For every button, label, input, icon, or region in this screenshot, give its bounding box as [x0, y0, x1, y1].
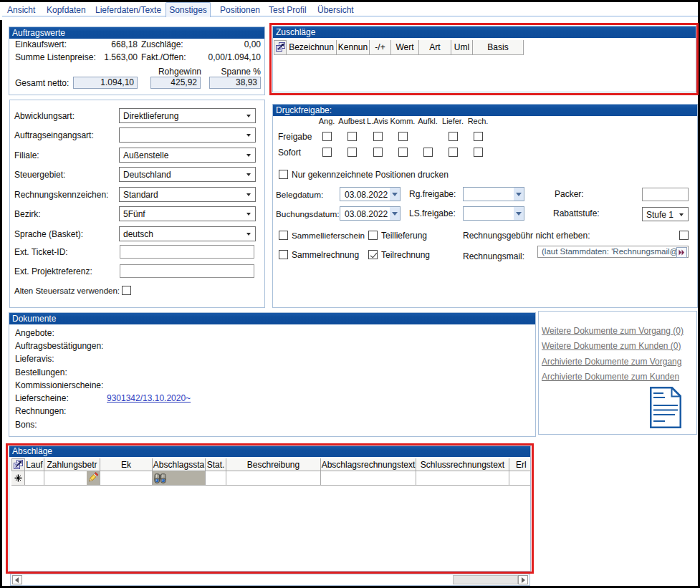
- auftragseingangsart-combo[interactable]: [119, 127, 256, 143]
- alten-steuersatz-checkbox[interactable]: [122, 286, 131, 295]
- sofort-rech-checkbox[interactable]: [474, 148, 483, 157]
- ext-projektreferenz-label: Ext. Projektreferenz:: [14, 266, 92, 276]
- cell-zahlungsbetr[interactable]: [44, 471, 100, 486]
- chevron-down-icon[interactable]: [246, 134, 251, 137]
- chevron-down-icon[interactable]: [246, 173, 251, 176]
- tab-lieferdaten-texte[interactable]: Lieferdaten/Texte: [95, 5, 161, 15]
- horizontal-scrollbar[interactable]: [10, 574, 530, 586]
- scrollbar-thumb[interactable]: [453, 575, 518, 584]
- sofort-ang-checkbox[interactable]: [322, 148, 332, 157]
- abschlaege-col-stat[interactable]: Stat.: [206, 458, 226, 471]
- tab-uebersicht[interactable]: Übersicht: [317, 5, 354, 15]
- chevron-down-icon[interactable]: [246, 213, 251, 216]
- freigabe-aufbest-checkbox[interactable]: [347, 132, 357, 141]
- tab-kopfdaten[interactable]: Kopfdaten: [47, 5, 86, 15]
- freigabe-liefer-checkbox[interactable]: [449, 132, 458, 141]
- chevron-down-icon[interactable]: [514, 188, 524, 201]
- cell-beschreibung[interactable]: [226, 471, 321, 486]
- chevron-down-icon[interactable]: [246, 193, 251, 196]
- zuschlaege-col-plusminus[interactable]: -/+: [370, 40, 391, 55]
- archivierte-dokumente-kunden-link[interactable]: Archivierte Dokumente zum Kunden: [542, 372, 679, 382]
- packer-label: Packer:: [555, 189, 584, 199]
- zuschlaege-col-art[interactable]: Art: [419, 40, 451, 55]
- freigabe-ang-checkbox[interactable]: [322, 132, 332, 141]
- abschlaege-col-lauf[interactable]: Lauf: [25, 458, 44, 471]
- zuschlaege-col-wert[interactable]: Wert: [391, 40, 419, 55]
- sammelrechnung-checkbox[interactable]: [279, 250, 288, 259]
- weitere-dokumente-vorgang-link[interactable]: Weitere Dokumente zum Vorgang (0): [542, 326, 684, 336]
- rechnungskennzeichen-combo[interactable]: Standard: [119, 187, 256, 202]
- abschlaege-col-zahlungsbetr[interactable]: Zahlungsbetr: [44, 458, 100, 471]
- zuschlaege-corner-cell[interactable]: [274, 40, 287, 55]
- scrollbar-left-arrow[interactable]: [12, 575, 22, 584]
- calendar-dropdown-icon[interactable]: [390, 207, 400, 220]
- zuschlaege-col-bezeichnung[interactable]: Bezeichnun: [287, 40, 337, 55]
- cell-edit-button[interactable]: [87, 471, 100, 485]
- rechnungsmail-expand-button[interactable]: [676, 247, 687, 258]
- cell-abschlagsrechnungstext[interactable]: [321, 471, 416, 486]
- lsfreigabe-combo[interactable]: [463, 206, 524, 221]
- abschlaege-col-schlussrechnungstext[interactable]: Schlussrechnungstext: [416, 458, 509, 471]
- zuschlaege-col-basis[interactable]: Basis: [473, 40, 524, 55]
- rgfreigabe-combo[interactable]: [463, 187, 524, 201]
- zuschlaege-col-uml[interactable]: Uml: [451, 40, 473, 55]
- zuschlaege-col-kennung[interactable]: Kennun: [337, 40, 370, 55]
- weitere-dokumente-kunden-link[interactable]: Weitere Dokumente zum Kunden (0): [542, 341, 681, 351]
- calendar-dropdown-icon[interactable]: [390, 188, 400, 201]
- sofort-komm-checkbox[interactable]: [398, 148, 408, 157]
- abschlaege-col-beschreibung[interactable]: Beschreibung: [226, 458, 321, 471]
- filiale-combo[interactable]: Außenstelle: [119, 148, 256, 163]
- tab-positionen[interactable]: Positionen: [220, 5, 260, 15]
- bezirk-combo[interactable]: 5Fünf: [119, 206, 256, 221]
- freigabe-komm-checkbox[interactable]: [398, 132, 408, 141]
- chevron-down-icon[interactable]: [679, 213, 684, 216]
- sammellieferschein-checkbox[interactable]: [279, 231, 288, 240]
- abschlaege-col-abschlagssta[interactable]: Abschlagssta: [153, 458, 206, 471]
- abschlaege-col-abschlagsrechnungstext[interactable]: Abschlagsrechnungstext: [321, 458, 416, 471]
- cell-erl[interactable]: [509, 471, 530, 486]
- cell-schlussrechnungstext[interactable]: [416, 471, 509, 486]
- chevron-down-icon[interactable]: [246, 115, 251, 117]
- tab-ansicht[interactable]: Ansicht: [7, 5, 35, 15]
- chevron-down-icon[interactable]: [246, 233, 251, 236]
- dokumente-title: Dokumente: [9, 313, 535, 324]
- druckfreigabe-title: Druckfreigabe:: [273, 105, 697, 116]
- sofort-aufkl-checkbox[interactable]: [423, 148, 433, 157]
- belegdatum-datepicker[interactable]: 03.08.2022: [340, 187, 401, 201]
- ext-ticket-id-input[interactable]: [120, 245, 254, 259]
- freigabe-rech-checkbox[interactable]: [474, 132, 483, 141]
- cell-abschlagssta[interactable]: [153, 471, 206, 486]
- nur-gekennzeichnete-checkbox[interactable]: [279, 170, 288, 179]
- scrollbar-right-arrow[interactable]: [518, 575, 528, 584]
- rabattstufe-combo[interactable]: Stufe 1: [642, 207, 689, 221]
- abschlaege-col-erl[interactable]: Erl: [509, 458, 530, 471]
- abschlaege-row-header[interactable]: [11, 471, 25, 486]
- lieferschein-link[interactable]: 9301342/13.10.2020~: [107, 393, 191, 403]
- tab-sonstiges-selected[interactable]: Sonstiges: [166, 2, 211, 17]
- rechnungsmail-input[interactable]: (laut Stammdaten: 'Rechnungsmail@: [537, 246, 689, 258]
- sofort-lavis-checkbox[interactable]: [373, 148, 383, 157]
- cell-lauf[interactable]: [25, 471, 44, 486]
- teillieferung-checkbox[interactable]: [368, 231, 378, 240]
- abschlaege-corner-cell[interactable]: [11, 458, 25, 471]
- ext-projektreferenz-input[interactable]: [120, 264, 254, 278]
- chevron-down-icon[interactable]: [514, 207, 524, 220]
- freigabe-lavis-checkbox[interactable]: [373, 132, 383, 141]
- teilrechnung-checkbox[interactable]: [368, 250, 378, 259]
- abschlaege-col-ek[interactable]: Ek: [100, 458, 153, 471]
- packer-input[interactable]: [642, 188, 689, 201]
- sprache-basket-combo[interactable]: deutsch: [119, 226, 256, 241]
- archivierte-dokumente-vorgang-link[interactable]: Archivierte Dokumente zum Vorgang: [542, 357, 681, 367]
- binoculars-icon[interactable]: [154, 473, 166, 483]
- chevron-down-icon[interactable]: [246, 154, 251, 157]
- sofort-aufbest-checkbox[interactable]: [347, 148, 357, 157]
- new-row-star-icon: [14, 474, 22, 482]
- steuergebiet-combo[interactable]: Deutschland: [119, 167, 256, 182]
- buchungsdatum-datepicker[interactable]: 03.08.2022: [340, 206, 401, 221]
- cell-stat[interactable]: [206, 471, 226, 486]
- cell-ek[interactable]: [100, 471, 153, 486]
- rechnungsgebuehr-checkbox[interactable]: [679, 231, 689, 240]
- tab-test-profil[interactable]: Test Profil: [269, 5, 307, 15]
- abwicklungsart-combo[interactable]: Direktlieferung: [119, 108, 256, 123]
- sofort-liefer-checkbox[interactable]: [449, 148, 458, 157]
